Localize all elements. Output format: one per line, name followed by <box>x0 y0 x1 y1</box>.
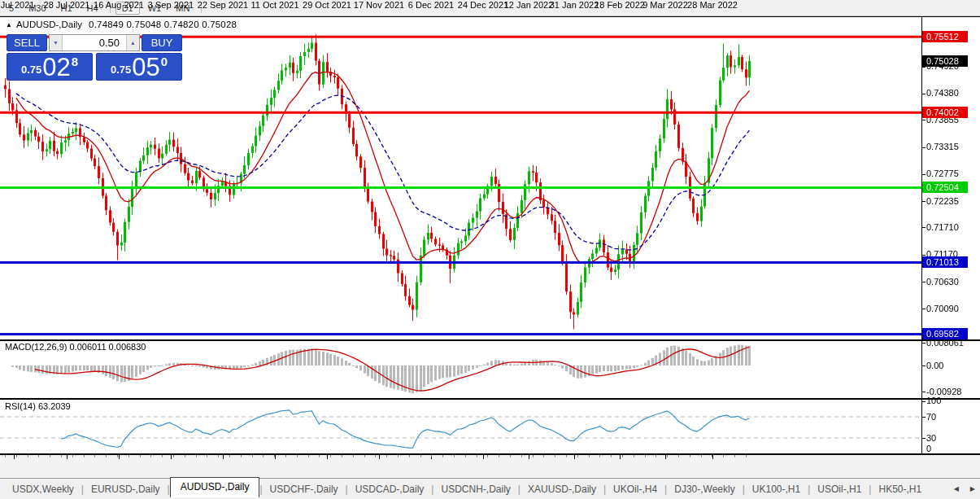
symbol-tab-ukoil-h4[interactable]: UKOil-,H4 <box>606 481 664 497</box>
date-axis-label: 9 Jul 2021 <box>0 0 34 10</box>
date-axis-label: 24 Dec 2021 <box>458 0 508 10</box>
price-level-tag: 0.74002 <box>922 107 968 118</box>
date-axis-label: 16 Aug 2021 <box>94 0 144 10</box>
rsi-axis-tick-label: 100 <box>926 396 941 405</box>
date-axis-label: 28 Jul 2021 <box>44 0 90 10</box>
date-axis-label: 28 Mar 2022 <box>687 0 738 10</box>
date-axis-label: 29 Oct 2021 <box>303 0 351 10</box>
buy-price-display[interactable]: 0.75 05 0 <box>96 53 182 81</box>
symbol-tab-usdcnh-daily[interactable]: USDCNH-,Daily <box>433 481 517 497</box>
chart-ohlc-values: 0.74849 0.75048 0.74820 0.75028 <box>89 20 237 29</box>
volume-decrease-icon[interactable]: ▼ <box>50 35 63 50</box>
date-axis-label: 12 Jan 2022 <box>504 0 554 10</box>
symbol-tab-usoil-h1[interactable]: USOil-,H1 <box>810 481 869 497</box>
price-axis-tick-label: 0.70630 <box>926 277 959 287</box>
sell-price-pipette: 8 <box>72 55 78 68</box>
symbol-tab-dj30-weekly[interactable]: DJ30-,Weekly <box>667 481 742 497</box>
sell-price-big-digits: 02 <box>42 57 70 78</box>
date-axis-label: 11 Oct 2021 <box>250 0 298 10</box>
symbol-tab-hk50-h1[interactable]: HK50-,H1 <box>871 481 929 497</box>
date-axis-label: 22 Sep 2021 <box>198 0 248 10</box>
symbol-tab-bar: USDX,Weekly|EURUSD-,Daily|AUDUSD-,Daily|… <box>0 478 980 499</box>
price-axis-tick-label: 0.73315 <box>926 142 959 151</box>
sell-button[interactable]: SELL <box>7 34 47 51</box>
price-level-tag: 0.72504 <box>922 182 968 193</box>
rsi-axis-tick-label: 30 <box>926 433 936 443</box>
price-axis-tick-label: 0.72235 <box>926 196 959 206</box>
trading-platform-window: 5M30H1H4D1W1MN ▲AUDUSD-,Daily0.74849 0.7… <box>0 0 980 499</box>
date-axis-label: 9 Mar 2022 <box>642 0 688 10</box>
volume-stepper: ▼ 0.50 ▲ <box>49 34 140 51</box>
tab-scroll-right-icon[interactable]: ▶ <box>970 485 975 492</box>
tab-scroll-arrows: ◀▶ <box>954 485 975 492</box>
chart-title: ▲AUDUSD-,Daily0.74849 0.75048 0.74820 0.… <box>6 20 237 29</box>
symbol-tab-audusd-daily[interactable]: AUDUSD-,Daily <box>170 477 260 497</box>
current-price-tag: 0.75028 <box>922 55 968 67</box>
price-level-tag: 0.71013 <box>922 256 968 268</box>
date-axis-label: 31 Jan 2022 <box>550 0 599 10</box>
macd-axis-tick-label: 0.00 <box>926 361 943 370</box>
buy-price-pipette: 0 <box>161 55 168 68</box>
symbol-tab-xauusd-daily[interactable]: XAUUSD-,Daily <box>520 481 603 497</box>
symbol-tab-usdcad-daily[interactable]: USDCAD-,Daily <box>348 481 432 497</box>
symbol-tab-eurusd-daily[interactable]: EURUSD-,Daily <box>84 481 168 497</box>
buy-button[interactable]: BUY <box>142 34 182 51</box>
symbol-tab-uk100-h1[interactable]: UK100-,H1 <box>745 481 808 497</box>
macd-axis-tick-label: -0.00928 <box>926 387 961 396</box>
date-axis-label: 17 Nov 2021 <box>354 0 404 10</box>
sell-price-prefix: 0.75 <box>21 63 41 76</box>
symbol-tab-usdchf-daily[interactable]: USDCHF-,Daily <box>263 481 346 497</box>
rsi-panel-label: RSI(14) 63.2039 <box>5 401 71 411</box>
collapse-triangle-icon[interactable]: ▲ <box>6 21 12 28</box>
price-axis-tick-label: 0.70090 <box>926 304 959 313</box>
price-level-tag: 0.75512 <box>922 31 968 42</box>
rsi-axis-tick-label: 0 <box>926 444 931 453</box>
buy-price-prefix: 0.75 <box>111 63 131 76</box>
sell-price-display[interactable]: 0.75 02 8 <box>7 53 93 81</box>
date-axis-label: 18 Feb 2022 <box>595 0 645 10</box>
rsi-axis-tick-label: 70 <box>926 412 936 422</box>
volume-increase-icon[interactable]: ▲ <box>126 35 139 50</box>
date-axis-label: 6 Dec 2021 <box>408 0 454 10</box>
price-level-tag: 0.69582 <box>922 328 968 339</box>
price-axis-tick-label: 0.71710 <box>926 222 959 232</box>
one-click-trade-panel: SELL ▼ 0.50 ▲ BUY 0.75 02 8 0.75 05 0 <box>7 34 182 81</box>
symbol-tab-usdx-weekly[interactable]: USDX,Weekly <box>5 481 81 497</box>
tab-scroll-left-icon[interactable]: ◀ <box>954 485 959 492</box>
date-axis-label: 3 Sep 2021 <box>148 0 194 10</box>
chart-symbol-label: AUDUSD-,Daily <box>16 20 82 29</box>
buy-price-big-digits: 05 <box>132 57 159 78</box>
macd-panel-label: MACD(12,26,9) 0.006011 0.006830 <box>5 342 146 352</box>
price-axis-tick-label: 0.74380 <box>926 88 959 98</box>
price-axis-tick-label: 0.72775 <box>926 169 959 178</box>
volume-input[interactable]: 0.50 <box>63 35 126 50</box>
